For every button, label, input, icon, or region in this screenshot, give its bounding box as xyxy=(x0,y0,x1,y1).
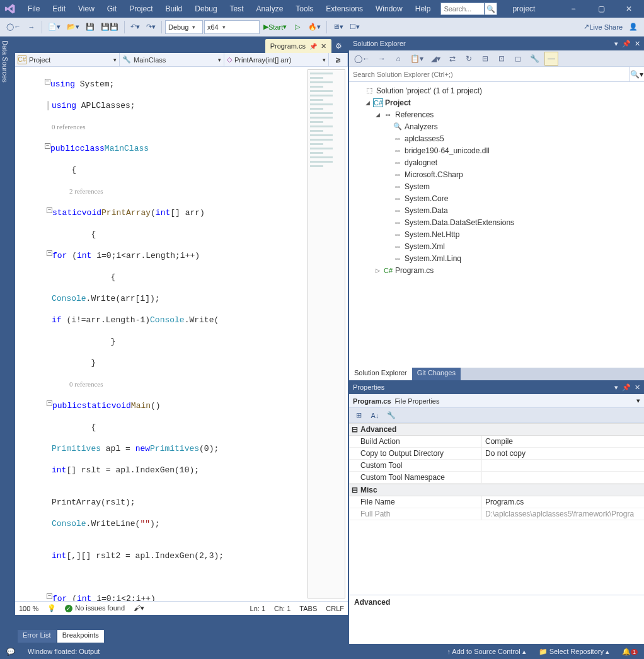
home-button[interactable]: ⌂ xyxy=(391,52,405,66)
solution-tree[interactable]: ⬚Solution 'project' (1 of 1 project) ◢C#… xyxy=(349,82,644,368)
menu-tools[interactable]: Tools xyxy=(293,3,316,15)
ref-system-core[interactable]: ▫▫System.Core xyxy=(350,192,643,204)
undo-button[interactable]: ↶▾ xyxy=(128,20,142,34)
zoom-level[interactable]: 100 % xyxy=(19,605,38,612)
references-node[interactable]: ◢▪▪References xyxy=(350,108,643,120)
nav-class-combo[interactable]: 🔧MainClass▾ xyxy=(120,53,224,66)
panel-pin-icon[interactable]: 📌 xyxy=(622,40,631,48)
search-icon[interactable]: 🔍▾ xyxy=(629,67,644,81)
tabs-indicator[interactable]: TABS xyxy=(299,605,317,612)
select-repo-button[interactable]: 📁 Select Repository ▴ xyxy=(539,648,609,656)
menu-help[interactable]: Help xyxy=(413,3,434,15)
panel-menu-icon[interactable]: ▾ xyxy=(614,383,618,392)
line-indicator[interactable]: Ln: 1 xyxy=(250,605,265,612)
ref-dyalognet[interactable]: ▫▫dyalognet xyxy=(350,156,643,168)
save-all-button[interactable]: 💾💾 xyxy=(98,20,121,34)
solution-root-node[interactable]: ⬚Solution 'project' (1 of 1 project) xyxy=(350,85,643,96)
prop-file-name[interactable]: File NameProgram.cs xyxy=(349,496,644,508)
issues-status[interactable]: No issues found xyxy=(65,604,125,612)
menu-file[interactable]: File xyxy=(25,3,42,15)
panel-pin-icon[interactable]: 📌 xyxy=(622,383,631,392)
feedback-button[interactable]: 👤 xyxy=(626,20,640,34)
collapse-all-button[interactable]: ⊟ xyxy=(478,52,492,66)
char-indicator[interactable]: Ch: 1 xyxy=(274,605,290,612)
platform-combo[interactable]: x64▾ xyxy=(204,20,260,34)
forward-button[interactable]: → xyxy=(375,52,389,66)
tabs-gear-icon[interactable]: ⚙ xyxy=(331,39,345,53)
nav-forward-button[interactable]: → xyxy=(25,20,38,34)
property-grid[interactable]: ⊟Advanced Build ActionCompile Copy to Ou… xyxy=(349,423,644,595)
ref-system-data[interactable]: ▫▫System.Data xyxy=(350,204,643,216)
output-icon[interactable]: 💬 xyxy=(6,648,15,656)
start-nodebug-button[interactable]: ▷ xyxy=(290,20,304,34)
search-input[interactable] xyxy=(440,3,485,15)
ref-ms-csharp[interactable]: ▫▫Microsoft.CSharp xyxy=(350,168,643,180)
open-file-button[interactable]: 📂▾ xyxy=(64,20,82,34)
ref-analyzers[interactable]: 🔍Analyzers xyxy=(350,120,643,132)
close-button[interactable]: ✕ xyxy=(616,0,641,18)
ref-system-xml[interactable]: ▫▫System.Xml xyxy=(350,240,643,252)
config-combo[interactable]: Debug▾ xyxy=(165,20,203,34)
ref-system-net-http[interactable]: ▫▫System.Net.Http xyxy=(350,228,643,240)
category-misc[interactable]: ⊟Misc xyxy=(349,484,644,496)
back-button[interactable]: ◯← xyxy=(352,52,372,66)
source-control-button[interactable]: ↑ Add to Source Control ▴ xyxy=(447,648,526,656)
split-editor-button[interactable]: ⫺ xyxy=(329,53,348,66)
menu-analyze[interactable]: Analyze xyxy=(254,3,286,15)
code-editor[interactable]: −using System; │using APLClasses; 0 refe… xyxy=(15,67,305,601)
new-project-button[interactable]: 📄▾ xyxy=(45,20,63,34)
filter-button[interactable]: ◢▾ xyxy=(428,52,443,66)
category-advanced[interactable]: ⊟Advanced xyxy=(349,423,644,436)
show-all-button[interactable]: ⊡ xyxy=(495,52,509,66)
menu-view[interactable]: View xyxy=(76,3,97,15)
ref-aplclasses5[interactable]: ▫▫aplclasses5 xyxy=(350,132,643,144)
properties-object-combo[interactable]: Program.csFile Properties ▾ xyxy=(349,394,644,408)
tab-solution-explorer[interactable]: Solution Explorer xyxy=(349,368,412,380)
menu-extensions[interactable]: Extensions xyxy=(323,3,365,15)
menu-git[interactable]: Git xyxy=(105,3,119,15)
lightbulb-icon[interactable]: 💡 xyxy=(47,604,56,612)
ref-system-data-ext[interactable]: ▫▫System.Data.DataSetExtensions xyxy=(350,216,643,228)
menu-debug[interactable]: Debug xyxy=(192,3,219,15)
maximize-button[interactable]: ▢ xyxy=(589,0,614,18)
preview-button[interactable]: ◻ xyxy=(511,52,525,66)
nav-back-button[interactable]: ◯← xyxy=(4,20,23,34)
minimap[interactable] xyxy=(308,69,345,598)
prop-custom-tool[interactable]: Custom Tool xyxy=(349,460,644,472)
tab-error-list[interactable]: Error List xyxy=(18,630,56,643)
panel-close-icon[interactable]: ✕ xyxy=(635,383,640,392)
ref-bridge[interactable]: ▫▫bridge190-64_unicode.dll xyxy=(350,144,643,156)
start-debug-button[interactable]: ▶ Start ▾ xyxy=(261,20,289,34)
alphabetical-button[interactable]: A↓ xyxy=(368,409,382,423)
panel-close-icon[interactable]: ✕ xyxy=(635,40,640,48)
prop-copy-output[interactable]: Copy to Output DirectoryDo not copy xyxy=(349,448,644,460)
live-share-button[interactable]: ↗ Live Share xyxy=(581,20,625,34)
browser-button[interactable]: 🖥▾ xyxy=(330,20,346,34)
crlf-indicator[interactable]: CRLF xyxy=(326,605,344,612)
panel-menu-icon[interactable]: ▾ xyxy=(614,40,618,48)
menu-project[interactable]: Project xyxy=(127,3,155,15)
sync-button[interactable]: ⇄ xyxy=(446,52,459,66)
refresh-button[interactable]: ↻ xyxy=(462,52,476,66)
menu-build[interactable]: Build xyxy=(163,3,185,15)
prop-custom-tool-ns[interactable]: Custom Tool Namespace xyxy=(349,472,644,484)
tab-git-changes[interactable]: Git Changes xyxy=(412,368,461,380)
menu-test[interactable]: Test xyxy=(227,3,246,15)
properties-wrench-button[interactable]: 🔧 xyxy=(384,409,398,423)
pin-icon[interactable]: 📌 xyxy=(309,43,317,50)
layout-button[interactable]: ☐▾ xyxy=(347,20,362,34)
redo-button[interactable]: ↷▾ xyxy=(144,20,158,34)
ref-system-xml-linq[interactable]: ▫▫System.Xml.Linq xyxy=(350,252,643,264)
solution-search-input[interactable] xyxy=(349,67,629,81)
properties-button[interactable]: 🔧 xyxy=(527,52,542,66)
data-sources-tab[interactable]: Data Sources xyxy=(0,37,14,644)
search-icon[interactable]: 🔍 xyxy=(485,3,497,15)
menu-window[interactable]: Window xyxy=(373,3,405,15)
project-node[interactable]: ◢C#Project xyxy=(350,96,643,108)
ref-system[interactable]: ▫▫System xyxy=(350,180,643,192)
menu-edit[interactable]: Edit xyxy=(50,3,68,15)
prop-full-path[interactable]: Full PathD:\aplclasses\aplclasses5\frame… xyxy=(349,508,644,520)
switch-views-button[interactable]: 📋▾ xyxy=(408,52,426,66)
categorized-button[interactable]: ⊞ xyxy=(352,409,365,423)
nav-member-combo[interactable]: ◇PrintArray(int[] arr)▾ xyxy=(224,53,329,66)
